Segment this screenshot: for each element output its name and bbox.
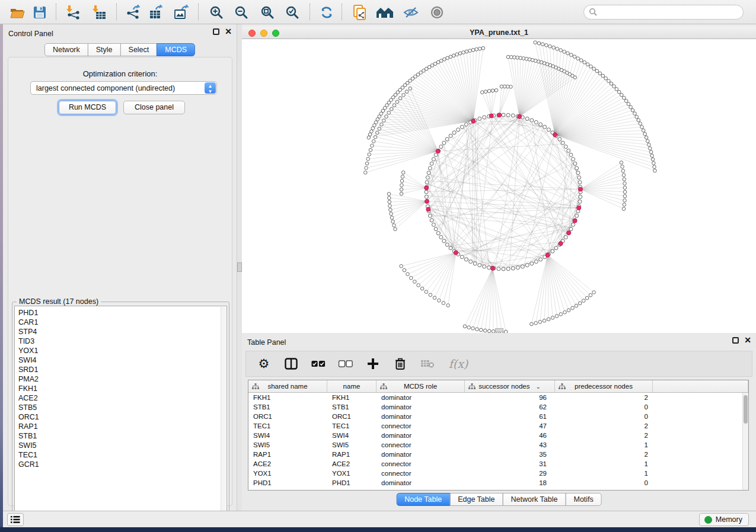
- table-row[interactable]: ORC1ORC1dominator610: [248, 412, 748, 421]
- duplicate-network-icon[interactable]: [350, 4, 370, 21]
- open-file-icon[interactable]: [7, 4, 27, 21]
- table-options-icon[interactable]: ⚙: [257, 357, 271, 371]
- mcds-result-group: MCDS result (17 nodes) PHD1CAR1STP4TID3Y…: [12, 302, 229, 522]
- zoom-selected-icon[interactable]: [282, 4, 302, 21]
- table-row[interactable]: PHD1PHD1dominator180: [248, 478, 748, 488]
- tab-network-table[interactable]: Network Table: [503, 493, 566, 506]
- export-table-icon[interactable]: [146, 4, 166, 21]
- zoom-in-icon[interactable]: [206, 4, 227, 21]
- task-history-button[interactable]: [7, 513, 24, 526]
- add-column-icon[interactable]: [366, 357, 380, 371]
- table-row[interactable]: FKH1FKH1dominator962: [248, 393, 748, 402]
- tab-mcds[interactable]: MCDS: [157, 43, 195, 56]
- table-cell: YOX1: [248, 469, 327, 478]
- tab-select[interactable]: Select: [120, 43, 158, 56]
- list-item[interactable]: YOX1: [18, 346, 217, 355]
- close-panel-icon[interactable]: ✕: [225, 28, 232, 35]
- list-item[interactable]: PMA2: [18, 374, 217, 384]
- memory-button[interactable]: Memory: [699, 513, 749, 526]
- vertical-splitter[interactable]: [237, 24, 242, 511]
- table-row[interactable]: ACE2ACE2connector311: [248, 459, 748, 469]
- network-graph[interactable]: [242, 39, 756, 333]
- list-item[interactable]: SWI5: [18, 441, 217, 450]
- export-image-icon[interactable]: [171, 4, 191, 21]
- tab-node-table[interactable]: Node Table: [396, 493, 450, 506]
- table-row[interactable]: SWI5SWI5connector431: [248, 440, 748, 450]
- export-network-icon[interactable]: [123, 4, 143, 21]
- save-session-icon[interactable]: [30, 4, 50, 21]
- close-panel-button[interactable]: Close panel: [123, 101, 185, 114]
- column-header-predecessor-nodes[interactable]: predecessor nodes: [555, 380, 653, 392]
- tab-edge-table[interactable]: Edge Table: [449, 493, 503, 506]
- hide-selected-icon[interactable]: [401, 4, 421, 21]
- import-table-icon[interactable]: [89, 4, 109, 21]
- network-canvas[interactable]: [242, 39, 756, 333]
- float-panel-icon[interactable]: [213, 28, 219, 35]
- zoom-fit-icon[interactable]: [257, 4, 277, 21]
- import-network-icon[interactable]: [63, 4, 83, 21]
- table-row[interactable]: TEC1TEC1connector472: [248, 421, 748, 431]
- list-item[interactable]: GCR1: [18, 460, 217, 469]
- list-item[interactable]: FKH1: [18, 384, 217, 393]
- tab-network[interactable]: Network: [44, 43, 88, 56]
- list-item[interactable]: ACE2: [18, 393, 217, 403]
- horizontal-splitter-grip[interactable]: [495, 328, 503, 332]
- desktop-wallpaper-bottom: [0, 527, 756, 532]
- delete-columns-icon[interactable]: [393, 357, 407, 371]
- table-row[interactable]: SWI4SWI4dominator462: [248, 431, 748, 440]
- column-header-shared-name[interactable]: shared name: [248, 380, 327, 392]
- close-panel-icon[interactable]: ✕: [744, 337, 751, 344]
- table-cell: 18: [465, 478, 555, 488]
- network-titlebar[interactable]: YPA_prune.txt_1: [242, 27, 756, 39]
- list-item[interactable]: TEC1: [18, 450, 217, 460]
- tab-motifs[interactable]: Motifs: [565, 493, 601, 506]
- table-cell: TEC1: [248, 421, 327, 431]
- delete-table-icon: [420, 357, 435, 371]
- table-cell: dominator: [377, 402, 465, 412]
- list-item[interactable]: CAR1: [18, 318, 217, 327]
- list-item[interactable]: SRD1: [18, 365, 217, 374]
- tab-style[interactable]: Style: [88, 43, 121, 56]
- toolbar-separator: [56, 4, 56, 20]
- column-header-successor-nodes[interactable]: successor nodes⌄: [465, 380, 555, 392]
- list-item[interactable]: STP4: [18, 327, 217, 336]
- show-all-icon[interactable]: [427, 4, 447, 21]
- table-cell: connector: [377, 469, 465, 478]
- column-header-name[interactable]: name: [327, 380, 377, 392]
- zoom-out-icon[interactable]: [231, 4, 251, 21]
- toolbar-separator: [198, 4, 199, 20]
- column-visibility-icon[interactable]: [284, 357, 298, 371]
- table-cell: 2: [555, 431, 653, 440]
- table-header-row: shared namenameMCDS rolesuccessor nodes⌄…: [248, 380, 748, 393]
- table-cell: SWI4: [248, 431, 327, 440]
- table-row[interactable]: YOX1YOX1connector291: [248, 469, 748, 478]
- list-item[interactable]: STB1: [18, 431, 217, 441]
- search-input[interactable]: [583, 5, 744, 20]
- list-item[interactable]: STB5: [18, 403, 217, 412]
- column-header-MCDS-role[interactable]: MCDS role: [377, 380, 465, 392]
- float-panel-icon[interactable]: [732, 337, 739, 344]
- table-cell: SWI5: [248, 440, 327, 450]
- list-scrollbar[interactable]: [221, 307, 226, 518]
- network-overview-icon[interactable]: [375, 4, 395, 21]
- list-item[interactable]: RAP1: [18, 422, 217, 431]
- run-mcds-button[interactable]: Run MCDS: [59, 101, 116, 114]
- optimization-criterion-select[interactable]: largest connected component (undirected)…: [30, 81, 217, 95]
- list-item[interactable]: SWI4: [18, 355, 217, 365]
- list-item[interactable]: TID3: [18, 336, 217, 346]
- list-item[interactable]: ORC1: [18, 412, 217, 422]
- select-all-rows-icon[interactable]: [311, 357, 326, 371]
- table-row[interactable]: STB1STB1dominator620: [248, 402, 748, 412]
- table-cell: 0: [555, 478, 653, 488]
- table-row[interactable]: RAP1RAP1dominator352: [248, 450, 748, 459]
- table-cell: 31: [465, 459, 555, 469]
- splitter-grip[interactable]: [237, 262, 242, 272]
- deselect-all-rows-icon[interactable]: [339, 357, 353, 371]
- list-item[interactable]: PHD1: [18, 308, 217, 318]
- table-scrollbar[interactable]: [742, 393, 748, 490]
- table-cell: 43: [465, 440, 555, 450]
- scrollbar-thumb[interactable]: [744, 395, 748, 424]
- select-stepper-icon: ▲▼: [205, 82, 216, 94]
- table-cell: RAP1: [248, 450, 327, 459]
- refresh-icon[interactable]: [317, 4, 337, 21]
